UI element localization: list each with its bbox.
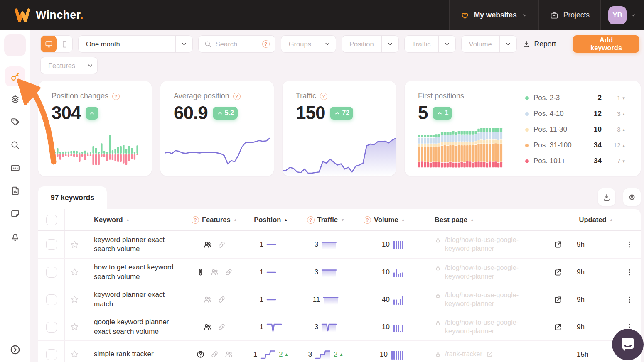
avatar[interactable]: YB [608, 6, 627, 24]
download-icon [602, 193, 611, 201]
wincher-logo[interactable]: Wincher. [0, 0, 84, 30]
legend-label: Pos. 31-100 [533, 141, 580, 149]
sidebar-item-coupon[interactable] [10, 162, 20, 173]
traffic-card: Traffic ? 150 72 [283, 81, 396, 176]
keyword-cell[interactable]: keyword planner exact match [84, 286, 185, 313]
legend-change: 1▼ [602, 94, 626, 102]
column-header-features[interactable]: ?Features▲ [185, 216, 243, 224]
sidebar-item-report-doc[interactable] [10, 185, 20, 196]
column-header-keyword[interactable]: Keyword▲ [84, 216, 185, 224]
best-page-cell[interactable]: /blog/how-to-use-google-keyword-planner [415, 318, 539, 336]
position-cell: 1 [243, 294, 298, 305]
features-cell [185, 350, 243, 359]
best-page-cell[interactable]: /blog/how-to-use-google-keyword-planner [415, 264, 539, 281]
filter-position-select[interactable]: Position [342, 35, 399, 53]
export-button[interactable] [598, 188, 615, 206]
features-filter-select[interactable]: Features [40, 57, 98, 74]
open-page-button[interactable] [553, 268, 563, 277]
chat-widget-button[interactable] [612, 329, 644, 360]
period-select[interactable]: One month [78, 35, 193, 53]
triangle-up-icon: ▲ [284, 352, 288, 357]
table-row: simple rank tracker12▲32▲10/rank-tracker… [38, 340, 641, 362]
help-icon[interactable]: ? [233, 93, 241, 100]
best-page-cell[interactable]: /blog/how-to-use-google-keyword-planner [415, 236, 539, 253]
keyword-cell[interactable]: how to get exact keyword search volume [84, 259, 185, 286]
filter-volume-select[interactable]: Volume [461, 35, 517, 53]
keyword-cell[interactable]: google keyword planner exact search volu… [84, 313, 185, 340]
sidebar-item-note[interactable] [10, 208, 20, 219]
position-cell: 1 [243, 322, 298, 333]
search-input[interactable] [216, 40, 258, 48]
mobile-toggle-button[interactable] [57, 35, 72, 53]
my-websites-menu[interactable]: My websites [449, 0, 538, 30]
position-cell: 12▲ [243, 349, 298, 360]
row-menu-button[interactable] [625, 268, 634, 276]
filter-groups-select[interactable]: Groups [281, 35, 336, 53]
column-header-position[interactable]: Position▲ [243, 216, 298, 224]
sort-asc-icon: ▲ [284, 218, 288, 222]
legend-value: 10 [580, 125, 602, 134]
keyword-cell[interactable]: simple rank tracker [84, 345, 185, 362]
sidebar-item-tags[interactable] [10, 117, 20, 127]
open-page-button[interactable] [553, 295, 563, 304]
column-header-traffic[interactable]: ?Traffic▼ [298, 216, 353, 224]
report-button[interactable]: Report [522, 40, 556, 49]
heart-icon [460, 11, 469, 20]
site-favicon-placeholder[interactable] [4, 34, 26, 56]
layers-icon [10, 94, 20, 105]
column-header-updated[interactable]: Updated▲ [577, 216, 618, 224]
row-menu-button[interactable] [625, 240, 634, 249]
help-icon[interactable]: ? [112, 93, 120, 100]
sidebar-item-bell[interactable] [10, 231, 20, 242]
table-row: keyword planner exact match11140/blog/ho… [38, 286, 641, 313]
legend-dot [525, 112, 529, 116]
help-icon[interactable]: ? [364, 216, 371, 224]
triangle-up-icon: ▲ [622, 112, 626, 116]
column-header-best-page[interactable]: Best page▲ [415, 216, 539, 224]
help-icon[interactable]: ? [307, 216, 315, 224]
help-icon[interactable]: ? [320, 93, 327, 100]
legend-dot [525, 159, 529, 163]
table-settings-button[interactable] [623, 188, 641, 206]
brand-name: Wincher. [36, 9, 84, 22]
users-icon [203, 295, 212, 304]
updated-cell: 9h [577, 323, 618, 331]
row-menu-button[interactable] [625, 296, 634, 304]
chevron-down-icon [521, 12, 528, 18]
help-icon[interactable]: ? [262, 40, 270, 48]
filters-toolbar: One month ? GroupsPositionTrafficVolume … [30, 30, 644, 74]
report-doc-icon [10, 186, 20, 196]
average-position-chart [165, 135, 270, 167]
select-all-checkbox[interactable] [46, 215, 57, 225]
trend-sparkline [321, 239, 337, 250]
keyword-cell[interactable]: keyword planner exact search volume [84, 231, 185, 258]
filter-traffic-select[interactable]: Traffic [404, 35, 456, 53]
keywords-tab[interactable]: 97 keywords [38, 186, 107, 209]
volume-cell: 10 [353, 349, 415, 360]
sidebar-item-key[interactable] [5, 66, 25, 86]
projects-label: Projects [563, 11, 590, 20]
row-checkbox[interactable] [46, 349, 57, 360]
chevron-down-icon [324, 41, 331, 47]
help-icon[interactable]: ? [192, 216, 199, 224]
updated-cell: 9h [577, 240, 618, 249]
sidebar-item-search[interactable] [10, 139, 20, 150]
account-menu[interactable]: YB [600, 0, 644, 30]
row-checkbox[interactable] [46, 322, 57, 333]
row-checkbox[interactable] [46, 294, 57, 305]
sidebar-expand-button[interactable] [10, 344, 21, 355]
open-page-button[interactable] [553, 323, 563, 332]
column-header-volume[interactable]: ?Volume▲ [353, 216, 415, 224]
sidebar-item-layers[interactable] [10, 94, 20, 105]
phone-icon [60, 40, 69, 49]
wincher-logo-icon [14, 8, 31, 22]
row-checkbox[interactable] [46, 239, 57, 250]
desktop-toggle-button[interactable] [41, 35, 57, 53]
best-page-cell[interactable]: /blog/how-to-use-google-keyword-planner [415, 291, 539, 308]
row-checkbox[interactable] [46, 267, 57, 278]
open-page-button[interactable] [553, 240, 563, 249]
add-keywords-button[interactable]: Add keywords [573, 35, 639, 53]
projects-menu[interactable]: Projects [538, 0, 600, 30]
trend-sparkline [266, 322, 282, 333]
best-page-cell[interactable]: /rank-tracker [415, 350, 539, 359]
